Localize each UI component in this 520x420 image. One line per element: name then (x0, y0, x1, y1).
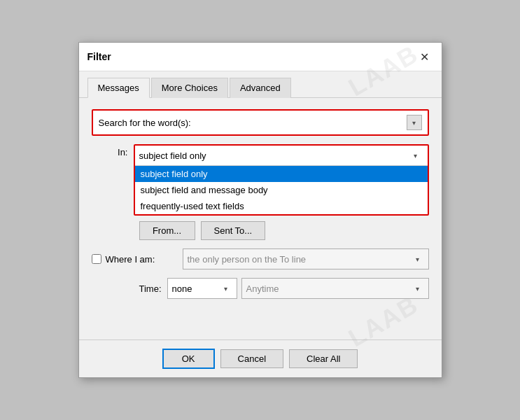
dropdown-item-frequently-used[interactable]: frequently-used text fields (135, 198, 428, 214)
sent-to-button[interactable]: Sent To... (201, 221, 266, 240)
in-dropdown-header[interactable]: subject field only ▾ (135, 146, 428, 165)
filter-dialog: Filter ✕ Messages More Choices Advanced … (78, 42, 442, 378)
footer: OK Cancel Clear All (79, 340, 442, 377)
dialog-title: Filter (87, 51, 111, 62)
in-selected-value: subject field only (139, 150, 408, 161)
tab-more-choices[interactable]: More Choices (151, 78, 228, 98)
in-dropdown-list: subject field only subject field and mes… (135, 165, 428, 214)
in-dropdown-chevron[interactable]: ▾ (408, 148, 423, 163)
time-value: none (172, 284, 220, 294)
search-dropdown-btn[interactable]: ▾ (407, 115, 422, 130)
in-row: In: subject field only ▾ subject field o… (92, 144, 429, 216)
where-i-am-checkbox[interactable] (92, 254, 101, 264)
from-button[interactable]: From... (139, 221, 195, 240)
dropdown-item-subject-body[interactable]: subject field and message body (135, 182, 428, 198)
anytime-dropdown-chevron[interactable]: ▾ (412, 281, 424, 296)
from-sentto-row: From... Sent To... (92, 221, 429, 240)
title-bar: Filter ✕ (79, 43, 442, 71)
clear-all-button[interactable]: Clear All (289, 349, 358, 368)
where-dropdown-chevron[interactable]: ▾ (412, 251, 424, 267)
where-i-am-label: Where I am: (106, 254, 155, 265)
anytime-placeholder: Anytime (246, 284, 412, 294)
close-button[interactable]: ✕ (416, 48, 433, 65)
tab-bar: Messages More Choices Advanced (79, 71, 442, 98)
where-checkbox-wrap: Where I am: (92, 254, 183, 265)
ok-button[interactable]: OK (162, 349, 215, 369)
where-i-am-dropdown[interactable]: the only person on the To line ▾ (183, 248, 429, 270)
dropdown-item-subject-only[interactable]: subject field only (135, 166, 428, 182)
anytime-select[interactable]: Anytime ▾ (241, 278, 429, 299)
time-label: Time: (139, 284, 162, 294)
in-dropdown[interactable]: subject field only ▾ subject field only … (134, 144, 429, 216)
tab-content: Search for the word(s): ▾ In: subject fi… (79, 98, 442, 340)
tab-messages[interactable]: Messages (87, 78, 150, 98)
time-dropdown-chevron[interactable]: ▾ (220, 281, 232, 296)
time-select[interactable]: none ▾ (167, 278, 237, 299)
search-input[interactable] (197, 118, 407, 128)
search-row: Search for the word(s): ▾ (92, 109, 429, 136)
tab-advanced[interactable]: Advanced (230, 78, 291, 98)
where-i-am-placeholder: the only person on the To line (188, 254, 412, 265)
cancel-button[interactable]: Cancel (220, 349, 283, 368)
search-label: Search for the word(s): (99, 118, 191, 128)
in-label: In: (92, 144, 134, 158)
where-i-am-row: Where I am: the only person on the To li… (92, 248, 429, 270)
time-row: Time: none ▾ Anytime ▾ (92, 278, 429, 299)
